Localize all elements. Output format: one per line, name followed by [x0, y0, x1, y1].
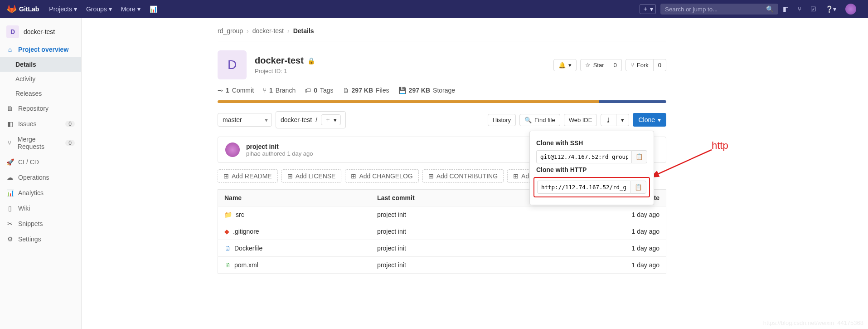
clone-http-input[interactable] [537, 181, 630, 194]
help-icon: ❔ [825, 5, 833, 13]
col-commit: Last commit [371, 190, 521, 206]
sidebar-project-header[interactable]: D docker-test [0, 22, 81, 42]
copy-ssh-button[interactable]: 📋 [631, 150, 647, 163]
file-commit[interactable]: project init [371, 223, 521, 240]
rocket-icon: 🚀 [6, 158, 14, 166]
annotation-highlight: 📋 [533, 177, 650, 197]
svg-line-0 [656, 150, 712, 175]
commit-meta: pihao authored 1 day ago [246, 150, 313, 157]
plus-box-icon: ⊞ [428, 172, 434, 180]
merge-icon: ⑂ [798, 5, 801, 13]
clone-http-label: Clone with HTTP [536, 166, 647, 173]
breadcrumb-project[interactable]: docker-test [252, 27, 284, 34]
commit-title[interactable]: project init [246, 143, 313, 150]
content-area: rd_group › docker-test › Details D docke… [82, 18, 868, 329]
help-menu[interactable]: ❔▾ [821, 0, 841, 18]
global-search[interactable]: 🔍 [660, 4, 778, 15]
chevron-right-icon: › [247, 27, 249, 34]
sidebar-item-cicd[interactable]: 🚀CI / CD [0, 154, 81, 170]
sidebar-item-snippets[interactable]: ✂Snippets [0, 216, 81, 231]
breadcrumb: rd_group › docker-test › Details [218, 25, 666, 41]
add-license[interactable]: ⊞Add LICENSE [281, 169, 342, 183]
sidebar-item-operations[interactable]: ☁Operations [0, 170, 81, 185]
commit-avatar [225, 142, 240, 157]
file-name[interactable]: Dockerfile [234, 245, 262, 252]
table-row[interactable]: ◆.gitignoreproject init1 day ago [218, 223, 666, 240]
sidebar-sub-details[interactable]: Details [0, 57, 81, 72]
fork-button[interactable]: ⑂Fork [626, 59, 654, 71]
breadcrumb-group[interactable]: rd_group [218, 27, 243, 34]
sidebar-sub-releases[interactable]: Releases [0, 86, 81, 101]
nav-projects[interactable]: Projects ▾ [44, 0, 82, 18]
download-button[interactable]: ⭳ [601, 114, 616, 126]
star-count[interactable]: 0 [609, 59, 622, 71]
check-icon: ☑ [810, 5, 816, 13]
sidebar-item-mrs[interactable]: ⑂Merge Requests0 [0, 132, 81, 154]
star-button[interactable]: ☆Star [580, 59, 609, 71]
gitlab-logo[interactable]: GitLab [7, 5, 39, 14]
add-to-tree-button[interactable]: ＋ ▾ [321, 114, 341, 125]
file-type-icon: 🗎 [224, 261, 231, 269]
stat-branches[interactable]: ⑂1Branch [263, 87, 296, 94]
mrs-shortcut[interactable]: ⑂ [793, 0, 806, 18]
stat-storage[interactable]: 💾297 KBStorage [398, 87, 456, 94]
stat-files[interactable]: 🗎297 KBFiles [343, 87, 389, 94]
chevron-down-icon: ▾ [658, 116, 661, 123]
file-update: 1 day ago [521, 240, 666, 257]
search-input[interactable] [665, 6, 766, 13]
download-menu[interactable]: ▾ [616, 114, 629, 126]
file-type-icon: 📁 [224, 211, 232, 218]
sidebar-sub-activity[interactable]: Activity [0, 72, 81, 86]
stat-tags[interactable]: 🏷0Tags [305, 87, 333, 94]
sidebar-item-settings[interactable]: ⚙Settings [0, 231, 81, 247]
sidebar-item-repository[interactable]: 🗎Repository [0, 101, 81, 116]
find-file-button[interactable]: 🔍Find file [519, 114, 560, 126]
plus-icon: ＋ [642, 5, 649, 13]
sidebar-item-analytics[interactable]: 📊Analytics [0, 185, 81, 201]
new-menu[interactable]: ＋▾ [635, 0, 660, 18]
fork-icon: ⑂ [630, 62, 634, 69]
disk-icon: 💾 [398, 87, 406, 94]
fork-count[interactable]: 0 [654, 59, 666, 71]
sidebar-item-overview[interactable]: ⌂Project overview [0, 42, 81, 57]
branch-select[interactable]: master [218, 113, 272, 127]
notifications-button[interactable]: 🔔▾ [553, 59, 577, 71]
file-name[interactable]: pom.xml [234, 261, 258, 269]
path-project[interactable]: docker-test [281, 116, 312, 123]
tag-icon: 🏷 [305, 87, 311, 94]
add-contributing[interactable]: ⊞Add CONTRIBUTING [422, 169, 504, 183]
nav-more[interactable]: More ▾ [116, 0, 145, 18]
file-name[interactable]: .gitignore [233, 228, 259, 235]
stat-commits[interactable]: ⊸1Commit [218, 87, 254, 94]
nav-groups[interactable]: Groups ▾ [82, 0, 116, 18]
copy-http-button[interactable]: 📋 [630, 181, 646, 194]
search-icon: 🔍 [766, 5, 774, 13]
clone-button[interactable]: Clone ▾ [633, 113, 666, 127]
project-id: Project ID: 1 [255, 68, 315, 74]
chevron-down-icon: ▾ [568, 62, 572, 69]
web-ide-button[interactable]: Web IDE [564, 114, 597, 126]
table-row[interactable]: 🗎Dockerfileproject init1 day ago [218, 240, 666, 257]
file-icon: 🗎 [343, 87, 349, 94]
sidebar-item-issues[interactable]: ◧Issues0 [0, 116, 81, 132]
table-row[interactable]: 📁srcproject init1 day ago [218, 206, 666, 223]
file-commit[interactable]: project init [371, 206, 521, 223]
history-button[interactable]: History [488, 114, 516, 126]
gear-icon: ⚙ [6, 236, 14, 243]
clone-ssh-input[interactable] [536, 150, 631, 163]
user-menu[interactable] [841, 0, 861, 18]
table-row[interactable]: 🗎pom.xmlproject init1 day ago [218, 257, 666, 274]
file-commit[interactable]: project init [371, 257, 521, 274]
chevron-right-icon: › [287, 27, 290, 34]
add-changelog[interactable]: ⊞Add CHANGELOG [345, 169, 418, 183]
sidebar-item-wiki[interactable]: ▯Wiki [0, 201, 81, 216]
file-name[interactable]: src [236, 211, 244, 218]
issues-shortcut[interactable]: ◧ [778, 0, 793, 18]
brand-text: GitLab [19, 5, 39, 13]
add-readme[interactable]: ⊞Add README [218, 169, 278, 183]
nav-milestones[interactable]: 📊 [145, 0, 162, 18]
mrs-count: 0 [65, 140, 75, 146]
watermark: https://blog.csdn.net/weixin_44175368 [763, 319, 863, 326]
file-commit[interactable]: project init [371, 240, 521, 257]
todos-shortcut[interactable]: ☑ [806, 0, 821, 18]
